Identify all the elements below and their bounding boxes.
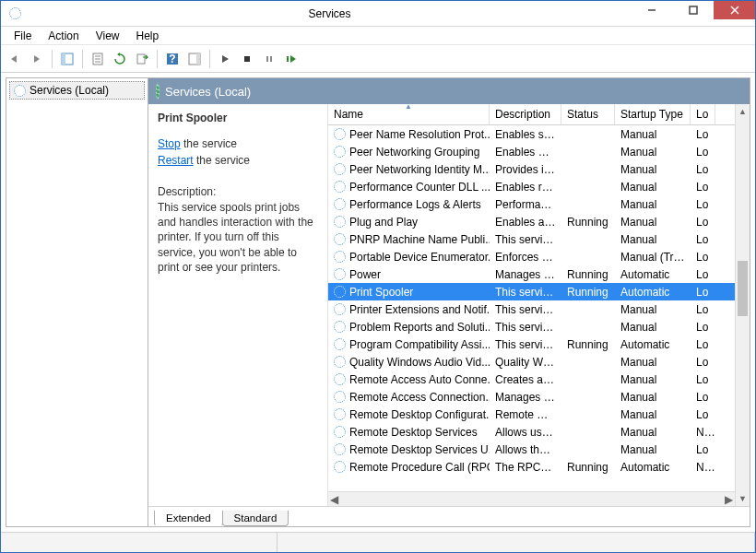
scroll-down-icon[interactable]: ▼ <box>736 491 750 506</box>
results-body: Print Spooler Stop the service Restart t… <box>148 104 750 506</box>
show-hide-tree-button[interactable] <box>57 49 77 69</box>
service-row[interactable]: PowerManages p...RunningAutomaticLo <box>328 265 735 283</box>
list-body[interactable]: Peer Name Resolution Prot...Enables serv… <box>328 125 735 491</box>
scroll-up-icon[interactable]: ▲ <box>736 104 750 119</box>
service-row[interactable]: Print SpoolerThis service ...RunningAuto… <box>328 283 735 300</box>
toolbar-separator <box>82 50 83 68</box>
service-logon: Lo <box>691 372 715 387</box>
service-status <box>561 169 615 171</box>
column-startup-type[interactable]: Startup Type <box>615 104 691 124</box>
maximize-button[interactable] <box>672 1 714 19</box>
service-row[interactable]: Performance Logs & AlertsPerformanc...Ma… <box>328 195 735 213</box>
service-startup: Manual <box>615 407 691 422</box>
stop-service-button[interactable] <box>237 49 257 69</box>
service-row[interactable]: Remote Desktop Services U...Allows the r… <box>328 441 735 458</box>
service-description: Remote Des... <box>490 407 561 422</box>
menu-action[interactable]: Action <box>41 28 86 44</box>
close-button[interactable] <box>714 1 755 19</box>
restart-service-button[interactable] <box>281 49 301 69</box>
description-heading: Description: <box>158 185 318 198</box>
restart-link[interactable]: Restart <box>158 154 194 167</box>
service-row[interactable]: Remote Access Auto Conne...Creates a co.… <box>328 371 735 388</box>
service-row[interactable]: Remote Desktop ServicesAllows user...Man… <box>328 423 735 441</box>
service-status <box>561 309 615 311</box>
service-row[interactable]: Problem Reports and Soluti...This servic… <box>328 318 735 335</box>
service-status <box>561 449 615 451</box>
start-service-button[interactable] <box>215 49 235 69</box>
column-description[interactable]: Description <box>490 104 561 124</box>
show-hide-action-pane-button[interactable] <box>184 49 205 69</box>
service-name: Power <box>349 268 381 281</box>
service-description: The RPCSS ... <box>490 460 561 475</box>
service-row[interactable]: Remote Desktop Configurat...Remote Des..… <box>328 406 735 423</box>
service-name: Print Spooler <box>349 286 413 299</box>
pause-service-button[interactable] <box>259 49 279 69</box>
service-row[interactable]: Peer Name Resolution Prot...Enables serv… <box>328 125 735 143</box>
gear-icon <box>334 426 346 438</box>
service-status: Running <box>561 460 615 475</box>
service-name: PNRP Machine Name Publi... <box>349 233 490 246</box>
service-row[interactable]: Plug and PlayEnables a c...RunningManual… <box>328 213 735 230</box>
help-button[interactable]: ? <box>162 49 183 69</box>
service-logon: Lo <box>691 442 715 457</box>
vertical-scrollbar[interactable]: ▲ ▼ <box>735 104 750 506</box>
service-startup: Manual <box>615 355 691 370</box>
service-row[interactable]: PNRP Machine Name Publi...This service .… <box>328 230 735 248</box>
service-description: Enables a c... <box>490 215 561 229</box>
window-title: Services <box>29 7 631 20</box>
tab-extended[interactable]: Extended <box>154 511 223 526</box>
service-row[interactable]: Performance Counter DLL ...Enables rem..… <box>328 178 735 195</box>
service-logon: Lo <box>691 355 715 370</box>
stop-link[interactable]: Stop <box>158 137 181 150</box>
service-status <box>561 414 615 416</box>
properties-button[interactable] <box>88 49 108 69</box>
service-row[interactable]: Program Compatibility Assi...This servic… <box>328 335 735 353</box>
gear-icon <box>334 373 346 385</box>
gear-icon <box>14 85 26 97</box>
service-status: Running <box>561 267 615 282</box>
service-name: Performance Logs & Alerts <box>349 198 481 211</box>
forward-button[interactable] <box>27 49 47 69</box>
scroll-right-icon[interactable]: ▶ <box>725 493 733 506</box>
column-status[interactable]: Status <box>561 104 615 124</box>
tab-standard[interactable]: Standard <box>222 511 289 526</box>
column-name[interactable]: Name▲ <box>328 104 490 124</box>
scroll-thumb[interactable] <box>738 261 748 316</box>
menu-file[interactable]: File <box>6 28 39 44</box>
service-row[interactable]: Remote Procedure Call (RPC)The RPCSS ...… <box>328 458 735 476</box>
service-row[interactable]: Printer Extensions and Notif...This serv… <box>328 300 735 318</box>
service-description: Enforces gr... <box>490 250 561 265</box>
view-tabs: Extended Standard <box>148 506 750 526</box>
console-tree[interactable]: Services (Local) <box>6 77 148 527</box>
menu-view[interactable]: View <box>89 28 127 44</box>
back-button[interactable] <box>5 49 25 69</box>
service-name: Printer Extensions and Notif... <box>349 303 490 316</box>
column-logon[interactable]: Lo <box>691 104 715 124</box>
service-description: This service ... <box>490 337 561 352</box>
service-row[interactable]: Peer Networking GroupingEnables mul...Ma… <box>328 143 735 160</box>
results-header: Services (Local) <box>148 78 750 104</box>
service-status: Running <box>561 337 615 352</box>
service-logon: Lo <box>691 232 715 247</box>
gear-icon <box>334 338 346 350</box>
results-pane: Services (Local) Print Spooler Stop the … <box>148 77 750 527</box>
tree-node-services-local[interactable]: Services (Local) <box>9 81 145 100</box>
results-header-label: Services (Local) <box>165 85 251 99</box>
menu-help[interactable]: Help <box>129 28 167 44</box>
gear-icon <box>334 251 346 263</box>
service-logon: Lo <box>691 215 715 229</box>
service-row[interactable]: Quality Windows Audio Vid...Quality Win.… <box>328 353 735 371</box>
service-row[interactable]: Peer Networking Identity M...Provides id… <box>328 160 735 178</box>
scroll-left-icon[interactable]: ◀ <box>330 493 338 506</box>
refresh-button[interactable] <box>110 49 130 69</box>
svg-text:?: ? <box>169 53 175 65</box>
service-row[interactable]: Remote Access Connection...Manages di...… <box>328 388 735 406</box>
service-description: Provides ide... <box>490 162 561 177</box>
gear-icon <box>334 461 346 473</box>
export-button[interactable] <box>132 49 152 69</box>
horizontal-scrollbar[interactable]: ◀▶ <box>328 491 735 506</box>
service-startup: Manual <box>615 197 691 212</box>
minimize-button[interactable] <box>631 1 672 19</box>
stop-suffix: the service <box>181 137 237 150</box>
service-row[interactable]: Portable Device Enumerator...Enforces gr… <box>328 248 735 265</box>
